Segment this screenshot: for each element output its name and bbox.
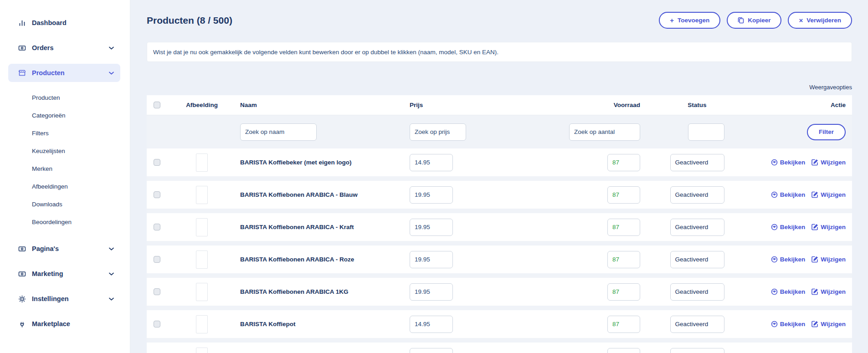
info-banner-text: Wist je dat je nu ook gemakkelijk de vol… — [153, 49, 498, 56]
product-name[interactable]: BARISTA Koffiebonen ARABICA 1KG — [222, 288, 401, 295]
price-input[interactable] — [410, 316, 453, 333]
sidebar-item-paginas[interactable]: Pagina's — [8, 240, 120, 258]
close-icon: × — [799, 17, 803, 24]
view-link[interactable]: Bekijken — [771, 256, 806, 263]
view-link[interactable]: Bekijken — [771, 191, 806, 198]
edit-link[interactable]: Wijzigen — [812, 159, 846, 166]
sidebar-subitem-downloads[interactable]: Downloads — [0, 195, 130, 213]
sidebar-subitem-filters[interactable]: Filters — [0, 124, 130, 142]
sidebar-subitem-producten[interactable]: Producten — [0, 89, 130, 107]
row-checkbox[interactable] — [154, 224, 160, 230]
edit-icon — [812, 321, 818, 327]
status-select[interactable]: Geactiveerd — [670, 219, 724, 236]
product-image-placeholder[interactable] — [196, 251, 208, 269]
product-image-placeholder[interactable] — [196, 186, 208, 204]
row-actions: Bekijken Wijzigen — [747, 191, 852, 198]
edit-link[interactable]: Wijzigen — [812, 224, 846, 230]
stock-input[interactable] — [607, 348, 640, 353]
column-header-voorraad: Voorraad — [560, 102, 647, 108]
product-name[interactable]: BARISTA Koffiebonen ARABICA - Blauw — [222, 191, 401, 198]
eye-icon — [771, 191, 778, 198]
table-header-row: Afbeelding Naam Prijs Voorraad Status Ac… — [147, 95, 852, 115]
filter-stock-input[interactable] — [569, 123, 640, 141]
chevron-down-icon — [109, 46, 114, 50]
price-input[interactable] — [410, 154, 453, 171]
status-select[interactable]: Geactiveerd — [670, 154, 724, 171]
sidebar-subitem-categorieen[interactable]: Categorieën — [0, 107, 130, 124]
stock-input[interactable] — [607, 219, 640, 236]
price-input[interactable] — [410, 186, 453, 204]
sidebar-subitem-keuzelijsten[interactable]: Keuzelijsten — [0, 142, 130, 160]
view-link[interactable]: Bekijken — [771, 288, 806, 295]
product-image-placeholder[interactable] — [196, 218, 208, 236]
row-checkbox[interactable] — [154, 191, 160, 198]
sidebar-item-marketing[interactable]: Marketing — [8, 265, 120, 283]
product-image-placeholder[interactable] — [196, 348, 208, 353]
status-select[interactable]: Geactiveerd — [670, 186, 724, 204]
status-select[interactable]: Geactiveerd — [670, 283, 724, 301]
add-button[interactable]: + Toevoegen — [659, 12, 720, 29]
status-select[interactable]: Geactiveerd — [670, 316, 724, 333]
eye-icon — [771, 321, 778, 327]
sidebar-subitem-beoordelingen[interactable]: Beoordelingen — [0, 213, 130, 231]
select-all-checkbox[interactable] — [154, 102, 160, 108]
table-filter-row: Filter — [147, 115, 852, 148]
status-select[interactable]: Geactiveerd — [670, 251, 724, 268]
row-actions: Bekijken Wijzigen — [747, 321, 852, 327]
sidebar-item-producten[interactable]: Producten — [8, 64, 120, 82]
view-link[interactable]: Bekijken — [771, 321, 806, 327]
edit-link[interactable]: Wijzigen — [812, 256, 846, 263]
view-options-link[interactable]: Weergaveopties — [809, 84, 852, 91]
add-button-label: Toevoegen — [678, 17, 709, 24]
table-row: BARISTA Koffiebeker (met eigen logo) Gea… — [147, 148, 852, 181]
header-actions: + Toevoegen Kopieer × Verwijderen — [659, 12, 852, 29]
storefront-icon — [18, 69, 26, 77]
view-link[interactable]: Bekijken — [771, 159, 806, 166]
view-link[interactable]: Bekijken — [771, 224, 806, 230]
sidebar-item-label: Marketplace — [32, 320, 70, 327]
table-row: BARISTA Koffiebonen ARABICA - Roze Geact… — [147, 246, 852, 278]
product-name[interactable]: BARISTA Koffiebonen ARABICA - Roze — [222, 256, 401, 263]
edit-link[interactable]: Wijzigen — [812, 288, 846, 295]
sidebar-item-orders[interactable]: Orders — [8, 39, 120, 57]
filter-name-input[interactable] — [240, 123, 317, 141]
stock-input[interactable] — [607, 316, 640, 333]
gear-icon — [18, 295, 26, 303]
price-input[interactable] — [410, 283, 453, 301]
row-checkbox[interactable] — [154, 256, 160, 263]
product-image-placeholder[interactable] — [196, 315, 208, 333]
product-name[interactable]: BARISTA Koffiebonen ARABICA - Kraft — [222, 224, 401, 230]
product-image-placeholder[interactable] — [196, 153, 208, 172]
edit-link[interactable]: Wijzigen — [812, 321, 846, 327]
filter-price-input[interactable] — [410, 123, 466, 141]
stock-input[interactable] — [607, 283, 640, 301]
price-input[interactable] — [410, 219, 453, 236]
marketing-icon — [18, 270, 26, 278]
delete-button[interactable]: × Verwijderen — [788, 12, 852, 29]
product-image-placeholder[interactable] — [196, 283, 208, 301]
product-name[interactable]: BARISTA Koffiepot — [222, 321, 401, 327]
column-header-prijs: Prijs — [401, 102, 560, 108]
table-row-partial: Geactiveerd Bekijken Wijzigen — [147, 343, 852, 353]
price-input[interactable] — [410, 251, 453, 268]
product-name[interactable]: BARISTA Koffiebeker (met eigen logo) — [222, 159, 401, 166]
edit-icon — [812, 159, 818, 166]
copy-button[interactable]: Kopieer — [727, 12, 781, 29]
status-select[interactable]: Geactiveerd — [670, 348, 724, 353]
sidebar-subitem-merken[interactable]: Merken — [0, 160, 130, 178]
sidebar-item-instellingen[interactable]: Instellingen — [8, 290, 120, 308]
edit-link[interactable]: Wijzigen — [812, 191, 846, 198]
row-checkbox[interactable] — [154, 159, 160, 166]
row-checkbox[interactable] — [154, 288, 160, 295]
price-input[interactable] — [410, 348, 453, 353]
filter-button[interactable]: Filter — [807, 124, 846, 140]
filter-status-select[interactable] — [688, 123, 724, 141]
sidebar-item-dashboard[interactable]: Dashboard — [8, 14, 120, 32]
stock-input[interactable] — [607, 154, 640, 171]
stock-input[interactable] — [607, 251, 640, 268]
sidebar-item-marketplace[interactable]: Marketplace — [8, 315, 120, 333]
stock-input[interactable] — [607, 186, 640, 204]
sidebar-subitem-afbeeldingen[interactable]: Afbeeldingen — [0, 178, 130, 195]
table-row: BARISTA Koffiebonen ARABICA - Blauw Geac… — [147, 181, 852, 213]
row-checkbox[interactable] — [154, 321, 160, 327]
